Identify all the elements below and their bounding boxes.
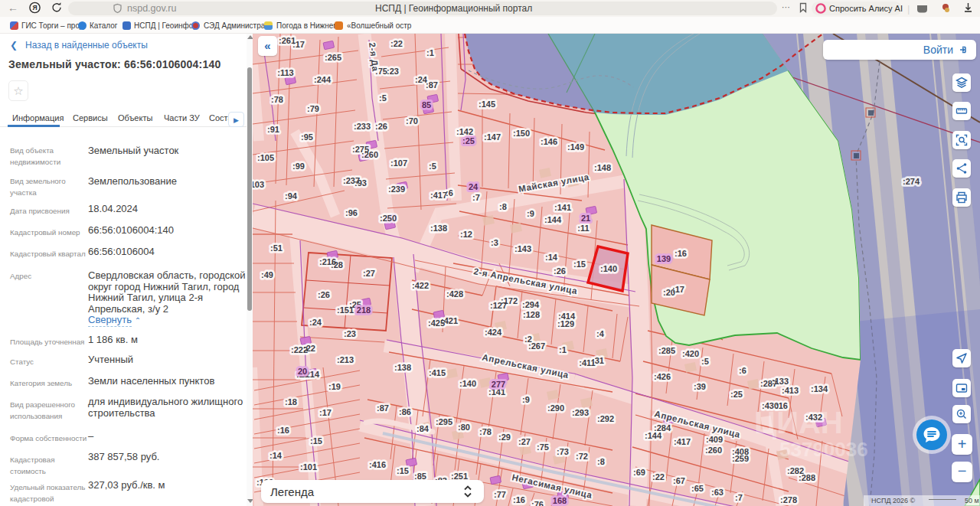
svg-text::134: :134 [811,384,828,393]
svg-text::95: :95 [301,132,313,142]
svg-text::141: :141 [554,203,571,212]
svg-text:85: 85 [422,100,431,109]
svg-text::292: :292 [597,414,614,423]
svg-text::428: :428 [446,289,463,299]
svg-text::25: :25 [730,390,743,399]
svg-text::250: :250 [380,214,397,223]
svg-text::413: :413 [782,386,799,395]
svg-text::424: :424 [485,328,502,337]
svg-text::28: :28 [331,260,343,269]
svg-text::19: :19 [328,382,341,391]
svg-text::149: :149 [567,142,584,152]
svg-text::29: :29 [498,433,511,442]
svg-text::172: :172 [501,296,518,305]
svg-text::278: :278 [780,495,797,504]
svg-text:20: 20 [298,367,307,376]
svg-text::244: :244 [314,75,332,84]
svg-text:277: 277 [492,380,505,389]
svg-text::49: :49 [261,270,273,279]
svg-text::9: :9 [527,209,534,218]
svg-text::432: :432 [805,413,822,422]
svg-text::417: :417 [430,191,447,200]
svg-text::23: :23 [387,67,399,76]
svg-text::5: :5 [701,357,709,366]
svg-text::150: :150 [513,129,530,138]
svg-text::128: :128 [523,310,540,319]
svg-text::27: :27 [518,437,531,446]
svg-text::146: :146 [541,137,557,146]
svg-text::8: :8 [499,202,507,211]
svg-text::22: :22 [652,472,665,482]
svg-text::421: :421 [441,316,458,325]
svg-text::69: :69 [633,468,645,477]
svg-text::147: :147 [484,132,501,142]
svg-text::99: :99 [292,162,305,171]
svg-text::17: :17 [292,40,305,49]
svg-text::94: :94 [285,191,298,201]
svg-text::1: :1 [559,345,567,354]
svg-text::73: :73 [557,447,569,456]
svg-text:Я: Я [32,4,37,11]
svg-text::93: :93 [354,178,367,188]
svg-text::142: :142 [456,127,473,136]
svg-text::17: :17 [319,408,332,417]
svg-text::5: :5 [379,93,387,103]
svg-text::144: :144 [645,431,662,440]
svg-text::133: :133 [772,377,789,386]
svg-text::213: :213 [337,355,354,364]
svg-text::31: :31 [592,356,604,365]
svg-text::9: :9 [522,395,530,404]
svg-text::290: :290 [547,403,564,413]
svg-text::14: :14 [270,451,283,460]
svg-text::8: :8 [597,457,605,466]
svg-text::140: :140 [459,379,476,388]
svg-text::17: :17 [672,285,684,294]
svg-text::96: :96 [345,208,358,217]
svg-text::16: :16 [513,495,525,504]
svg-text::15: :15 [573,260,586,269]
svg-text::416: :416 [369,460,386,469]
svg-text::22: :22 [303,344,315,353]
svg-text::15: :15 [310,436,322,446]
svg-text::239: :239 [388,184,405,194]
svg-text::295: :295 [436,417,452,426]
svg-text::15: :15 [397,466,409,475]
svg-text::3: :3 [491,238,498,247]
svg-text::101: :101 [300,462,317,472]
svg-text:168: 168 [553,496,567,505]
svg-text::70: :70 [406,116,418,126]
svg-text::39: :39 [694,382,706,391]
svg-text::5: :5 [429,162,436,171]
svg-text::417: :417 [674,437,691,446]
svg-text::267: :267 [528,341,545,351]
svg-text::7: :7 [735,493,743,502]
svg-text::87: :87 [377,403,389,413]
svg-text::23: :23 [344,329,356,338]
svg-text::12: :12 [460,230,472,239]
svg-text::6: :6 [739,366,746,375]
svg-text::143: :143 [514,244,531,253]
svg-text::144: :144 [544,215,562,224]
svg-text::65: :65 [691,484,704,493]
svg-text::285: :285 [658,346,675,355]
svg-text:218: 218 [357,305,371,315]
svg-text::86: :86 [399,407,411,416]
svg-text::24: :24 [309,318,322,327]
svg-text::260: :260 [705,446,722,455]
svg-text::11: :11 [577,224,589,233]
svg-text::7: :7 [472,193,480,202]
svg-text::6: :6 [446,188,453,198]
svg-text::233: :233 [354,122,371,131]
svg-text::72: :72 [576,452,588,461]
svg-text::26: :26 [554,266,566,276]
svg-text:ЦИАН: ЦИАН [754,406,843,439]
svg-text::420: :420 [682,349,699,358]
svg-text::91: :91 [267,125,279,134]
svg-text::16: :16 [277,426,289,435]
svg-text::63: :63 [711,488,724,497]
svg-text::14: :14 [545,253,558,262]
svg-text::426: :426 [654,372,671,381]
svg-text::140: :140 [600,264,617,273]
svg-text::294: :294 [522,300,540,309]
svg-text::79: :79 [307,104,319,113]
